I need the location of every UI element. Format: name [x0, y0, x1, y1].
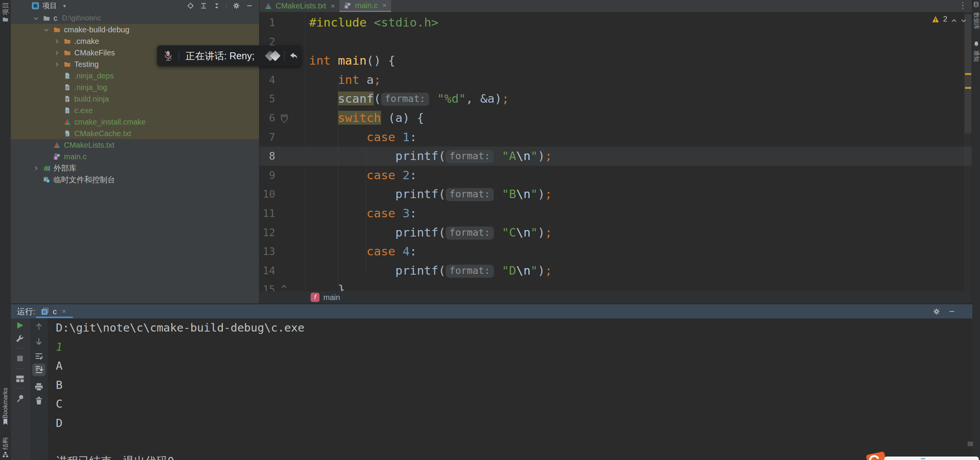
- code-line-7: 7 case 1:: [259, 128, 972, 147]
- chevron-right-icon[interactable]: [33, 165, 43, 171]
- tree-item[interactable]: cD:\git\note\c: [11, 12, 259, 24]
- tree-item[interactable]: cmake_install.cmake: [11, 116, 259, 128]
- tree-item[interactable]: ?c.exe: [11, 105, 259, 116]
- run-panel-header: 运行: c ×: [11, 304, 972, 318]
- folder-icon: [43, 15, 51, 22]
- chevron-spacer: [54, 119, 64, 125]
- run-tab-label: c: [53, 307, 57, 316]
- parameter-hint-inlay[interactable]: format:: [446, 227, 494, 240]
- code-line-12: 12 printf(format: "C\n");: [259, 223, 972, 242]
- line-number: 14: [259, 261, 275, 280]
- code-text: #include <stdio.h>: [309, 13, 438, 32]
- active-tab-underline: [36, 317, 73, 318]
- project-view-icon: [32, 2, 39, 9]
- folder-orange-icon: [64, 49, 72, 56]
- close-icon[interactable]: ×: [62, 307, 67, 316]
- editor-tab-main.c[interactable]: cmain.c×: [339, 0, 391, 12]
- gear-icon[interactable]: [933, 308, 940, 315]
- expand-all-icon[interactable]: [200, 2, 207, 9]
- tree-item[interactable]: .ninja_log: [11, 82, 259, 93]
- cmake-icon: [265, 3, 273, 10]
- close-icon[interactable]: ×: [331, 2, 335, 10]
- cmake-icon: [64, 118, 72, 125]
- tree-item-label: 外部库: [54, 163, 77, 173]
- tree-item-label: cmake-build-debug: [64, 25, 129, 34]
- chevron-spacer: [54, 73, 64, 79]
- down-stack-trace-icon[interactable]: [34, 337, 43, 346]
- console-line: C: [56, 395, 961, 414]
- code-line-15: 15 }: [259, 280, 972, 291]
- console-line: 1: [56, 338, 961, 357]
- tree-item[interactable]: CMakeCache.txt: [11, 128, 259, 139]
- stop-icon[interactable]: [15, 354, 25, 363]
- run-panel-title: 运行:: [17, 306, 35, 317]
- parameter-hint-inlay[interactable]: format:: [446, 265, 494, 278]
- tree-item[interactable]: CMakeLists.txt: [11, 139, 259, 151]
- chevron-spacer: [54, 130, 64, 137]
- up-stack-trace-icon[interactable]: [34, 322, 43, 331]
- clear-console-icon[interactable]: [34, 396, 43, 405]
- tree-item[interactable]: 临时文件和控制台: [11, 174, 259, 185]
- line-number: 8: [259, 147, 275, 166]
- line-number: 12: [259, 223, 275, 242]
- microphone-muted-icon[interactable]: [163, 50, 174, 61]
- folder-orange-icon: [64, 61, 72, 68]
- overlay-separator: [284, 51, 284, 61]
- right-toolwindow-stripe: 数据库 通知: [972, 0, 980, 460]
- tree-item[interactable]: ?.ninja_deps: [11, 70, 259, 82]
- tab-label: CMakeLists.txt: [276, 2, 326, 10]
- console-scrollbar-thumb[interactable]: [968, 442, 973, 446]
- svg-text:?: ?: [66, 109, 69, 114]
- tree-item[interactable]: build.ninja: [11, 93, 259, 105]
- tree-item[interactable]: cmain.c: [11, 151, 259, 162]
- close-icon[interactable]: ×: [382, 1, 386, 10]
- code-text: printf(format: "B\n");: [309, 185, 552, 204]
- tab-overflow-icon[interactable]: ⋮: [959, 1, 967, 10]
- chevron-down-icon[interactable]: [33, 15, 43, 21]
- library-icon: [43, 165, 51, 172]
- clion-window: 项目 Bookmarks 结构 项目 ▾ cD:\git\no: [0, 0, 980, 460]
- parameter-hint-inlay[interactable]: format:: [446, 188, 494, 201]
- console-output[interactable]: D:\git\note\c\cmake-build-debug\c.exe1AB…: [48, 318, 972, 460]
- breadcrumb-item-main[interactable]: main: [323, 293, 340, 302]
- edit-configuration-icon[interactable]: [15, 335, 25, 344]
- code-editor[interactable]: 1#include <stdio.h>23int main() {4 int a…: [259, 12, 972, 291]
- code-line-9: 9 case 2:: [259, 166, 972, 185]
- fold-up-icon[interactable]: [281, 283, 287, 287]
- locate-file-icon[interactable]: [187, 2, 194, 9]
- floating-window-edge[interactable]: [884, 457, 979, 460]
- rerun-icon[interactable]: [15, 321, 25, 330]
- parameter-hint-inlay[interactable]: format:: [446, 150, 494, 163]
- chevron-right-icon[interactable]: [54, 38, 64, 44]
- restore-layout-icon[interactable]: [15, 374, 25, 383]
- chevron-down-icon[interactable]: [43, 27, 54, 33]
- folder-icon: [2, 16, 8, 22]
- scratches-icon: [43, 176, 51, 183]
- tree-item[interactable]: cmake-build-debug: [11, 24, 259, 35]
- warning-stripe-mark[interactable]: [965, 87, 971, 89]
- warning-stripe-mark[interactable]: [965, 73, 971, 75]
- code-text: case 2:: [309, 166, 417, 185]
- print-icon[interactable]: [34, 382, 43, 392]
- pin-icon[interactable]: [15, 394, 25, 403]
- run-toolbar: [11, 318, 30, 460]
- gear-icon[interactable]: [233, 2, 240, 9]
- hide-panel-icon[interactable]: [246, 2, 253, 9]
- collapse-all-icon[interactable]: [213, 2, 220, 9]
- reply-arrow-icon[interactable]: [288, 52, 297, 60]
- chevron-right-icon[interactable]: [54, 61, 64, 67]
- code-text: int main() {: [309, 51, 395, 70]
- chevron-right-icon[interactable]: [54, 50, 64, 56]
- parameter-hint-inlay[interactable]: format:: [381, 93, 429, 106]
- chevron-down-icon[interactable]: ▾: [63, 3, 66, 9]
- hide-panel-icon[interactable]: [948, 308, 955, 315]
- toolbar-separator: [15, 388, 25, 388]
- console-icon: [41, 307, 49, 315]
- c-file-icon: c: [54, 153, 61, 160]
- console-line: D: [56, 414, 961, 433]
- fold-marker-icon[interactable]: [281, 115, 288, 123]
- scroll-to-end-icon[interactable]: [34, 365, 43, 374]
- tree-item[interactable]: 外部库: [11, 162, 259, 174]
- soft-wrap-icon[interactable]: [34, 352, 43, 361]
- editor-tab-CMakeLists.txt[interactable]: CMakeLists.txt×: [260, 0, 339, 12]
